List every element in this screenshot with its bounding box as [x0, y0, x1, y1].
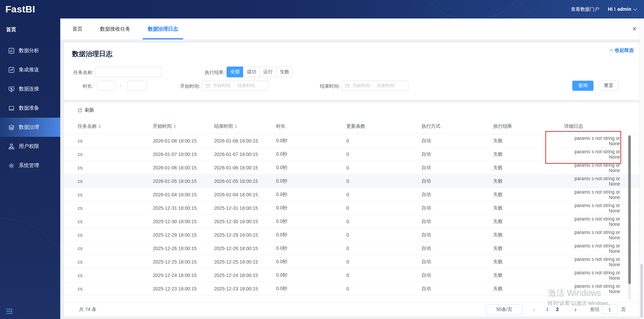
sidebar-item-系统管理[interactable]: 系统管理 [0, 156, 60, 175]
gear-icon [8, 162, 15, 169]
sidebar-menu: 数据分析集成推送数据连接数据准备数据治理用户权限系统管理 [0, 41, 60, 175]
table-row[interactable]: cs2025-12-23 18:00:152025-12-23 18:00:15… [64, 282, 640, 295]
cell-updates: 0 [346, 138, 421, 144]
sidebar-item-集成推送[interactable]: 集成推送 [0, 60, 60, 79]
duration-max-input[interactable] [127, 81, 147, 91]
exec-result-label: 执行结果: [200, 70, 225, 76]
table-body: cs2026-01-08 18:00:152026-01-08 18:00:15… [64, 134, 640, 295]
table-row[interactable]: cs2025-12-26 18:00:152025-12-26 18:00:15… [64, 242, 640, 255]
cell-name: cs [78, 138, 153, 144]
cell-start: 2026-01-04 18:00:15 [153, 192, 214, 197]
table-row[interactable]: cs2026-01-07 18:00:152026-01-07 18:00:15… [64, 148, 640, 161]
goto-page-input[interactable] [602, 305, 618, 314]
exec-result-option-失败[interactable]: 失败 [276, 67, 293, 77]
column-header-label: 时长 [276, 123, 285, 129]
exec-result-button-group: 全部成功运行失败 [227, 67, 293, 77]
window-scrollbar-thumb[interactable] [640, 264, 643, 318]
content-area: 收起筛选 数据治理日志 任务名称: 执行结果: 全部成功运行失败 时长: - 开… [60, 39, 644, 319]
search-button[interactable]: 查询 [572, 81, 594, 91]
cell-mode: 自动 [421, 272, 493, 278]
cell-duration: 0.0秒 [276, 259, 346, 265]
exec-result-option-成功[interactable]: 成功 [243, 67, 260, 77]
exec-result-option-运行[interactable]: 运行 [260, 67, 276, 77]
cell-updates: 0 [346, 205, 421, 211]
table-row[interactable]: cs2025-12-31 18:00:152025-12-31 18:00:15… [64, 201, 640, 215]
bar-chart-icon [8, 47, 15, 54]
table-row[interactable]: cs2025-12-29 18:00:152025-12-29 18:00:15… [64, 228, 640, 242]
task-name-label: 任务名称: [68, 70, 94, 76]
cell-name: cs [78, 192, 153, 197]
sidebar-collapse-icon[interactable] [5, 308, 13, 315]
column-header-label: 任务名称 [78, 123, 97, 129]
exec-result-option-全部[interactable]: 全部 [227, 67, 243, 77]
sort-carets-icon[interactable] [235, 124, 237, 128]
end-time-range-picker[interactable]: 开始时间 - 结束时间 [341, 81, 408, 91]
table-row[interactable]: cs2025-12-24 18:00:152025-12-24 18:00:15… [64, 269, 640, 282]
table-row[interactable]: cs2026-01-06 18:00:152026-01-06 18:00:15… [64, 161, 640, 174]
table-row[interactable]: cs2026-01-08 18:00:152026-01-08 18:00:15… [64, 134, 640, 148]
cell-mode: 自动 [421, 138, 493, 144]
cell-name: cs [78, 165, 153, 170]
cell-updates: 0 [346, 178, 421, 184]
sidebar-item-label: 集成推送 [19, 67, 39, 73]
cell-log: params s not string or None [564, 162, 620, 173]
column-header-开始时间: 开始时间 [153, 123, 214, 129]
top-bar: FastBI 查看数据门户 Hi！admin [0, 0, 644, 18]
cell-end: 2026-01-07 18:00:15 [214, 152, 276, 157]
refresh-button[interactable]: 刷新 [77, 107, 94, 113]
sidebar-item-数据连接[interactable]: 数据连接 [0, 79, 60, 98]
column-header-label: 更新条数 [346, 123, 365, 129]
column-header-结束时间: 结束时间 [214, 123, 276, 129]
collapse-filter-label: 收起筛选 [615, 47, 634, 53]
sidebar-item-数据准备[interactable]: 数据准备 [0, 98, 60, 118]
cell-log: params s not string or None [564, 270, 620, 281]
table-scrollbar-thumb[interactable] [628, 135, 631, 284]
cell-end: 2026-01-08 18:00:15 [214, 138, 276, 144]
cell-log: params s not string or None [564, 230, 620, 240]
page-number-1[interactable]: 1 [546, 304, 549, 314]
table-row[interactable]: cs2026-01-05 18:00:152026-01-05 18:00:15… [64, 174, 640, 188]
collapse-filter-link[interactable]: 收起筛选 [610, 47, 634, 53]
chevron-up-icon [609, 49, 613, 53]
goto-unit-label: 页 [621, 307, 626, 313]
table-row[interactable]: cs2025-12-30 18:00:152025-12-30 18:00:15… [64, 215, 640, 228]
cell-result: 失败 [493, 165, 564, 171]
prev-page-icon[interactable]: ‹ [533, 304, 535, 314]
cell-start: 2025-12-26 18:00:15 [153, 246, 214, 251]
duration-min-input[interactable] [97, 81, 116, 91]
sidebar-item-label: 数据治理 [19, 124, 39, 130]
page-title: 数据治理日志 [72, 49, 112, 58]
sidebar-item-数据治理[interactable]: 数据治理 [0, 118, 60, 137]
reset-button[interactable]: 重置 [599, 81, 619, 91]
tab-首页[interactable]: 首页 [67, 18, 88, 39]
close-icon[interactable]: × [632, 25, 637, 33]
table-row[interactable]: cs2026-01-04 18:00:152026-01-04 18:00:15… [64, 188, 640, 201]
sidebar-item-label: 数据连接 [19, 86, 39, 92]
column-header-label: 执行结果 [493, 123, 512, 129]
tab-数据治理日志[interactable]: 数据治理日志 [143, 18, 183, 39]
range-separator: - [373, 83, 374, 88]
sidebar-item-用户权限[interactable]: 用户权限 [0, 137, 60, 156]
sort-carets-icon[interactable] [173, 124, 176, 128]
decor-arc [0, 218, 60, 319]
page-size-select[interactable]: 50条/页 [486, 305, 523, 315]
org-chart-icon [8, 143, 15, 150]
next-page-icon[interactable]: › [574, 304, 577, 314]
cell-result: 失败 [493, 218, 564, 225]
cell-end: 2026-01-05 18:00:15 [214, 178, 276, 184]
sidebar-item-数据分析[interactable]: 数据分析 [0, 41, 60, 60]
sidebar-item-home[interactable]: 首页 [0, 18, 60, 38]
cell-updates: 0 [346, 232, 421, 238]
cell-name: cs [78, 259, 153, 265]
table-row[interactable]: cs2025-12-25 18:00:152025-12-25 18:00:15… [64, 255, 640, 269]
start-time-range-picker[interactable]: 开始时间 - 结束时间 [202, 81, 269, 91]
task-name-input[interactable] [95, 67, 162, 77]
column-header-label: 开始时间 [153, 123, 172, 129]
duration-separator: - [120, 83, 122, 88]
tab-数据接收任务[interactable]: 数据接收任务 [95, 18, 135, 39]
column-header-任务名称: 任务名称 [78, 123, 153, 129]
cell-name: cs [78, 152, 153, 157]
page-number-2[interactable]: 2 [556, 304, 559, 314]
sort-carets-icon[interactable] [98, 124, 101, 128]
cell-mode: 自动 [421, 165, 493, 171]
